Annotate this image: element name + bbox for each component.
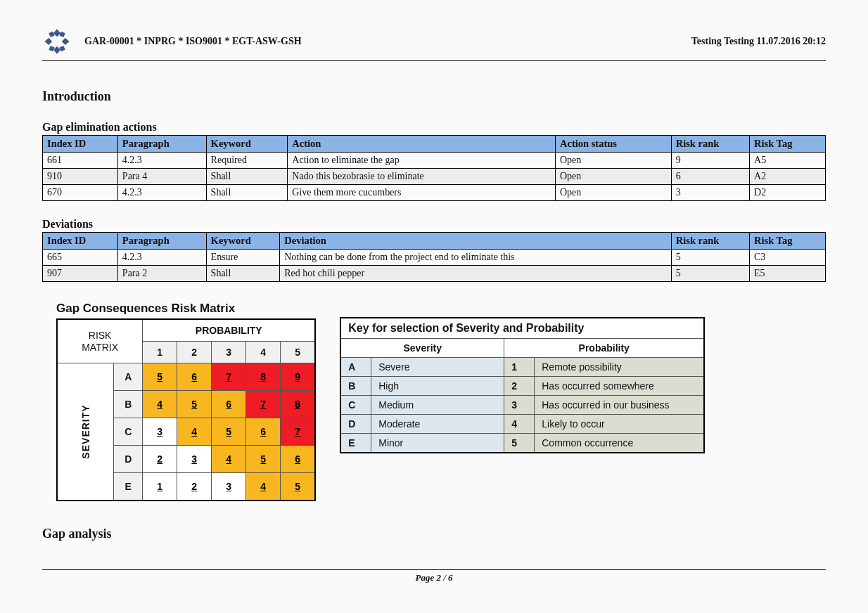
column-header: Keyword — [206, 136, 288, 153]
table-cell: 670 — [43, 185, 118, 201]
table-cell: 5 — [671, 250, 749, 266]
doc-stamp-text: Testing Testing 11.07.2016 20:12 — [691, 36, 826, 47]
risk-cell: 3 — [212, 473, 246, 501]
severity-letter: E — [340, 434, 371, 453]
key-row: ASevere1Remote possibility — [340, 358, 704, 377]
severity-letter: B — [340, 377, 371, 396]
table-cell: 5 — [671, 266, 749, 282]
table-cell: Para 4 — [117, 169, 206, 185]
severity-column-header: Severity — [340, 339, 504, 358]
risk-matrix-corner-bot: MATRIX — [82, 342, 118, 353]
table-cell: Give them more cucumbers — [288, 185, 556, 201]
key-table-title: Key for selection of Severity and Probab… — [340, 318, 704, 339]
risk-matrix-corner-top: RISK — [89, 330, 112, 341]
table-cell: A2 — [750, 169, 826, 185]
key-row: EMinor5Common occurrence — [340, 434, 704, 453]
prob-level-header: 1 — [143, 342, 177, 363]
key-table: Key for selection of Severity and Probab… — [340, 317, 705, 453]
severity-label: Minor — [371, 434, 504, 453]
table-cell: C3 — [750, 250, 826, 266]
severity-letter: A — [340, 358, 371, 377]
column-header: Risk Tag — [750, 233, 826, 250]
risk-cell: 3 — [177, 446, 212, 473]
risk-cell: 4 — [246, 473, 281, 501]
column-header: Action — [288, 136, 556, 153]
table-cell: 4.2.3 — [117, 185, 206, 201]
table-cell: Red hot chili pepper — [280, 266, 672, 282]
table-cell: E5 — [750, 266, 826, 282]
table-cell: Para 2 — [117, 266, 206, 282]
table-cell: Nothing can be done from the project end… — [280, 250, 672, 266]
probability-label: Likely to occur — [535, 415, 705, 434]
table-cell: 3 — [671, 185, 749, 201]
table-cell: Open — [556, 169, 672, 185]
table-cell: Shall — [206, 266, 280, 282]
risk-cell: 8 — [246, 363, 281, 391]
deviations-table: Index IDParagraphKeywordDeviationRisk ra… — [42, 232, 826, 282]
probability-number: 4 — [504, 415, 535, 434]
risk-cell: 5 — [143, 363, 177, 391]
prob-level-header: 5 — [281, 342, 316, 363]
column-header: Index ID — [43, 233, 118, 250]
table-cell: Nado this bezobrasie to eliminate — [288, 169, 556, 185]
page-header: GAR-00001 * INPRG * ISO9001 * EGT-ASW-GS… — [42, 27, 826, 56]
risk-cell: 7 — [246, 391, 281, 418]
section-gap-analysis: Gap analysis — [42, 527, 826, 541]
table-row: 907Para 2ShallRed hot chili pepper5E5 — [43, 266, 826, 282]
probability-number: 5 — [504, 434, 535, 453]
severity-label: Medium — [371, 396, 504, 415]
section-gap-actions: Gap elimination actions — [42, 121, 826, 134]
prob-level-header: 4 — [246, 342, 281, 363]
risk-cell: 4 — [212, 446, 246, 473]
key-row: CMedium3Has occurred in our business — [340, 396, 704, 415]
risk-matrix-corner: RISK MATRIX — [57, 319, 143, 363]
table-cell: 6 — [671, 169, 749, 185]
table-cell: Shall — [206, 169, 288, 185]
risk-cell: 5 — [177, 391, 212, 418]
sev-level-header: D — [114, 446, 143, 473]
column-header: Risk rank — [671, 233, 749, 250]
gap-actions-table: Index IDParagraphKeywordActionAction sta… — [42, 135, 826, 201]
probability-label: Has occurred somewhere — [535, 377, 705, 396]
column-header: Paragraph — [117, 233, 206, 250]
table-cell: Open — [556, 185, 672, 201]
column-header: Index ID — [43, 136, 118, 153]
table-cell: Ensure — [206, 250, 280, 266]
section-introduction: Introduction — [42, 89, 826, 104]
risk-cell: 5 — [246, 446, 281, 473]
risk-cell: 6 — [177, 363, 212, 391]
table-cell: 4.2.3 — [117, 153, 206, 169]
risk-cell: 4 — [143, 391, 177, 418]
probability-label: Remote possibility — [535, 358, 705, 377]
table-cell: 661 — [43, 153, 118, 169]
prob-level-header: 2 — [177, 342, 212, 363]
table-row: 6614.2.3RequiredAction to eliminate the … — [43, 153, 826, 169]
logo-icon — [42, 27, 72, 56]
severity-label: Moderate — [371, 415, 504, 434]
table-row: 6704.2.3ShallGive them more cucumbersOpe… — [43, 185, 826, 201]
risk-cell: 5 — [212, 418, 246, 446]
severity-letter: C — [340, 396, 371, 415]
severity-header: SEVERITY — [57, 363, 114, 501]
probability-number: 2 — [504, 377, 535, 396]
probability-label: Has occurred in our business — [535, 396, 705, 415]
table-row: 6654.2.3EnsureNothing can be done from t… — [43, 250, 826, 266]
table-cell: D2 — [750, 185, 826, 201]
risk-cell: 4 — [177, 418, 212, 446]
risk-cell: 8 — [281, 391, 316, 418]
key-row: BHigh2Has occurred somewhere — [340, 377, 704, 396]
column-header: Action status — [556, 136, 672, 153]
probability-number: 1 — [504, 358, 535, 377]
risk-cell: 7 — [281, 418, 316, 446]
section-deviations: Deviations — [42, 218, 826, 231]
table-cell: 4.2.3 — [117, 250, 206, 266]
prob-level-header: 3 — [212, 342, 246, 363]
risk-matrix-title: Gap Consequences Risk Matrix — [56, 302, 316, 316]
table-cell: 907 — [43, 266, 118, 282]
page-footer: Page 2 / 6 — [42, 569, 826, 583]
probability-column-header: Probability — [504, 339, 705, 358]
column-header: Paragraph — [117, 136, 206, 153]
risk-cell: 6 — [212, 391, 246, 418]
matrices-row: Gap Consequences Risk Matrix RISK MATRIX… — [42, 302, 826, 501]
risk-cell: 7 — [212, 363, 246, 391]
